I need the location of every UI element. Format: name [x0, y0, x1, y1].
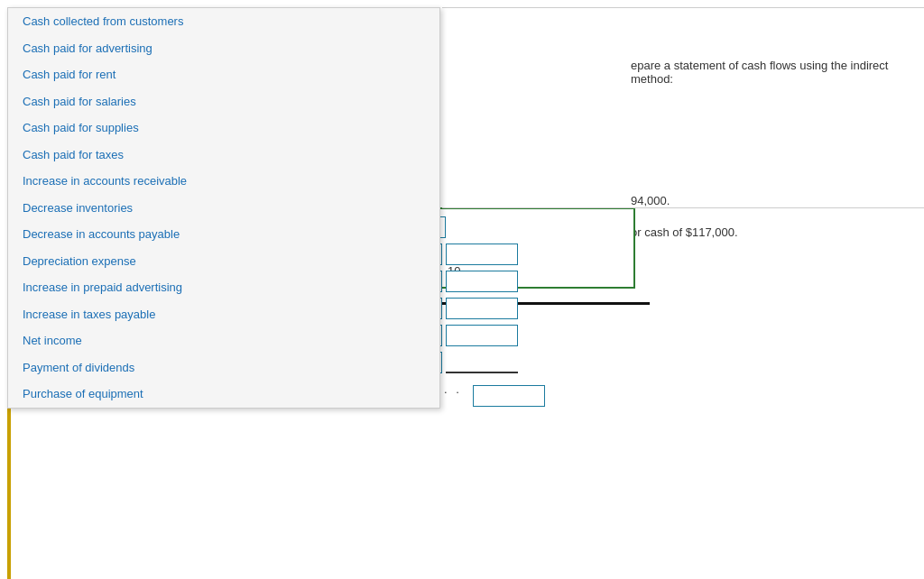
dropdown-item[interactable]: Payment of dividends: [8, 354, 439, 381]
dropdown-item[interactable]: Depreciation expense: [8, 248, 439, 275]
dropdown-item[interactable]: Decrease in accounts payable: [8, 221, 439, 248]
deduct-value-2[interactable]: [446, 352, 518, 373]
right-panel-text1: epare a statement of cash flows using th…: [631, 59, 910, 86]
dropdown-item[interactable]: Increase in taxes payable: [8, 301, 439, 328]
dropdown-overlay: Cash collected from customersCash paid f…: [7, 7, 440, 409]
dropdown-item[interactable]: Increase in accounts receivable: [8, 168, 439, 195]
dropdown-item[interactable]: Purchase of equipment: [8, 381, 439, 408]
dropdown-item[interactable]: Cash paid for taxes: [8, 142, 439, 169]
dropdown-item[interactable]: Cash paid for advertising: [8, 35, 439, 62]
add-value-3[interactable]: [446, 298, 518, 319]
dropdown-item[interactable]: Decrease inventories: [8, 195, 439, 222]
dropdown-list: Cash collected from customersCash paid f…: [8, 8, 439, 408]
dropdown-item[interactable]: Cash paid for salaries: [8, 88, 439, 115]
net-cash-input[interactable]: [473, 385, 545, 407]
dropdown-item[interactable]: Cash paid for rent: [8, 61, 439, 88]
dropdown-item[interactable]: Cash collected from customers: [8, 8, 439, 35]
add-value-1[interactable]: [446, 244, 518, 265]
dropdown-item[interactable]: Net income: [8, 327, 439, 354]
dropdown-item[interactable]: Increase in prepaid advertising: [8, 274, 439, 301]
add-value-2[interactable]: [446, 271, 518, 292]
deduct-value-1[interactable]: [446, 325, 518, 346]
dropdown-item[interactable]: Cash paid for supplies: [8, 115, 439, 142]
